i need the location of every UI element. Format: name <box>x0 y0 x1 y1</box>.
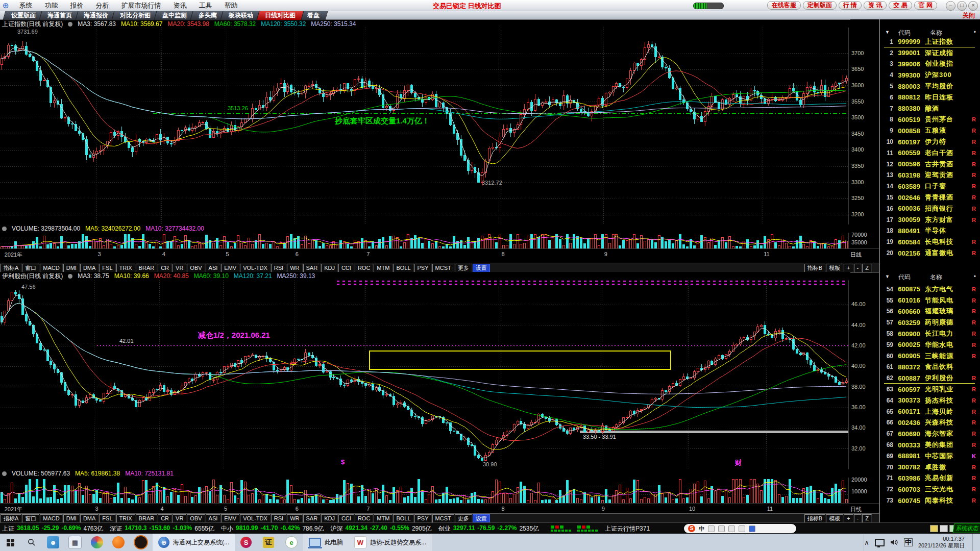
indicator-button-CR[interactable]: CR <box>158 264 172 272</box>
indicator-button-MCST[interactable]: MCST <box>432 264 454 272</box>
indicator-button-DMA[interactable]: DMA <box>80 264 99 272</box>
list-item[interactable]: 1999999上证指数 <box>880 36 980 47</box>
minimize-button[interactable]: – <box>946 1 955 11</box>
dark-app-icon[interactable] <box>134 535 148 549</box>
indicator-button-VR[interactable]: VR <box>173 514 186 523</box>
list-item[interactable]: 16600036招商银行R <box>880 203 980 214</box>
tab-日线对比图[interactable]: 日线对比图 <box>256 11 304 20</box>
indicator-button-更多[interactable]: 更多 <box>455 264 472 272</box>
list-item[interactable]: 73600745闻泰科技R <box>880 495 980 506</box>
indicator-button-OBV[interactable]: OBV <box>187 514 205 523</box>
list-item[interactable]: 5880003平均股价 <box>880 81 980 92</box>
list-item[interactable]: 7880380酿酒 <box>880 103 980 114</box>
close-button[interactable]: 关闭 <box>963 11 975 20</box>
list-item[interactable]: 6880812昨日连板 <box>880 92 980 103</box>
indicator-button-窗口[interactable]: 窗口 <box>22 514 39 523</box>
list-item[interactable]: 4399300沪深300 <box>880 69 980 81</box>
close-window-button[interactable]: × <box>968 1 978 11</box>
list-item[interactable]: 68000333美的集团R <box>880 439 980 450</box>
sort-arrow-icon[interactable]: ▼ <box>885 30 890 35</box>
tab-盘中监测[interactable]: 盘中监测 <box>154 11 195 20</box>
ime-tool-icon[interactable] <box>728 525 735 532</box>
taskbar-app-haitong-app[interactable]: ⊕海通网上交易系统(... <box>153 534 235 551</box>
list-item[interactable]: 15002646青青稞酒R <box>880 192 980 203</box>
restore-button[interactable]: □ <box>957 1 967 11</box>
indicator-button-指标A[interactable]: 指标A <box>1 264 21 272</box>
taskbar-app-sogou-app[interactable]: S <box>235 534 257 551</box>
indicator-button-MTM[interactable]: MTM <box>374 514 393 523</box>
clock[interactable]: 00:17:37 2021/12/26 星期日 <box>918 536 965 549</box>
indicator-button-BOLL[interactable]: BOLL <box>393 514 413 523</box>
list-item[interactable]: 57603259药明康德R <box>880 317 980 328</box>
indicator-button-MACD[interactable]: MACD <box>40 264 62 272</box>
list-item[interactable]: 60600905三峡能源R <box>880 350 980 362</box>
list-item[interactable]: 65600171上海贝岭R <box>880 406 980 417</box>
indicator-button-RSI[interactable]: RSI <box>271 264 286 272</box>
taskbar-app-ie-app[interactable]: e <box>280 534 303 551</box>
indicator-button-Z[interactable]: Z <box>862 514 872 523</box>
indicator-button-PSY[interactable]: PSY <box>414 514 432 523</box>
quick-button[interactable]: 交 易 <box>889 1 912 10</box>
list-item[interactable]: 13603198迎驾贡酒R <box>880 170 980 181</box>
indicator-button-VOL-TDX[interactable]: VOL-TDX <box>240 264 271 272</box>
indicator-button-ROC[interactable]: ROC <box>355 264 373 272</box>
list-item[interactable]: 9000858五粮液R <box>880 125 980 136</box>
sort-arrow-icon[interactable]: ▼ <box>885 274 890 279</box>
list-item[interactable]: 8600519贵州茅台R <box>880 114 980 126</box>
list-item[interactable]: 17300059东方财富R <box>880 214 980 226</box>
indicator-button-WR[interactable]: WR <box>287 264 302 272</box>
indicator-button-指标B[interactable]: 指标B <box>804 514 825 523</box>
ime-toolbar[interactable]: S 中 <box>684 524 796 533</box>
menu-扩展市场行情[interactable]: 扩展市场行情 <box>115 2 167 9</box>
ime-mode-label[interactable]: 中 <box>699 525 704 533</box>
list-item[interactable]: 58600900长江电力R <box>880 328 980 339</box>
list-item[interactable]: 3399006创业板指 <box>880 59 980 70</box>
indicator-button-DMI[interactable]: DMI <box>63 514 80 523</box>
indicator-button-DMI[interactable]: DMI <box>63 264 80 272</box>
list-item[interactable]: 18880491半导体 <box>880 226 980 237</box>
list-item[interactable]: 63600597光明乳业R <box>880 384 980 395</box>
tab-板块联动[interactable]: 板块联动 <box>220 11 261 20</box>
indicator-button-CCI[interactable]: CCI <box>338 264 354 272</box>
indicator-button-CCI[interactable]: CCI <box>338 514 354 523</box>
list-item[interactable]: 20002156通富微电R <box>880 247 980 259</box>
menu-分析[interactable]: 分析 <box>90 2 115 9</box>
list-item[interactable]: 55601016节能风电R <box>880 295 980 306</box>
chart1-volume-pane[interactable] <box>0 233 849 248</box>
indicator-button-更多[interactable]: 更多 <box>455 514 472 523</box>
search-icon[interactable] <box>26 536 38 548</box>
code-column-header[interactable]: 代码 <box>898 273 911 282</box>
mini-icon[interactable] <box>930 525 938 532</box>
indicator-button-指标B[interactable]: 指标B <box>804 264 825 272</box>
list-item[interactable]: 10600197伊力特R <box>880 136 980 147</box>
list-item[interactable]: 62600887伊利股份R <box>880 372 980 384</box>
indicator-button-BOLL[interactable]: BOLL <box>393 264 413 272</box>
indicator-button-DMA[interactable]: DMA <box>80 514 99 523</box>
taskbar-app-trend-app[interactable]: W趋势-反趋势交易系... <box>349 534 432 551</box>
list-item[interactable]: 72600703三安光电R <box>880 484 980 495</box>
indicator-button-FSL[interactable]: FSL <box>99 264 115 272</box>
ime-tool-icon[interactable] <box>718 525 725 532</box>
list-item[interactable]: 70300782卓胜微R <box>880 462 980 473</box>
indicator-button-ROC[interactable]: ROC <box>355 514 373 523</box>
indicator-button--[interactable]: - <box>854 514 862 523</box>
indicator-button--[interactable]: - <box>854 264 862 272</box>
taskbar-app-this-pc[interactable]: 此电脑 <box>303 534 349 551</box>
list-item[interactable]: 61880372食品饮料 <box>880 362 980 373</box>
indicator-button-MCST[interactable]: MCST <box>432 514 454 523</box>
indicator-button-CR[interactable]: CR <box>158 514 172 523</box>
list-item[interactable]: 66002436兴森科技R <box>880 417 980 429</box>
list-item[interactable]: 59600025华能水电R <box>880 339 980 350</box>
indicator-button-EMV[interactable]: EMV <box>221 264 239 272</box>
quick-button[interactable]: 官 网 <box>914 1 937 10</box>
menu-报价[interactable]: 报价 <box>64 2 90 9</box>
indicator-button-VOL-TDX[interactable]: VOL-TDX <box>240 514 271 523</box>
list-item[interactable]: 67600690海尔智家R <box>880 428 980 439</box>
menu-帮助[interactable]: 帮助 <box>218 2 244 9</box>
tray-expand-icon[interactable]: ∧ <box>864 539 869 546</box>
indicator-button-指标A[interactable]: 指标A <box>1 514 21 523</box>
show-desktop-button[interactable] <box>972 534 975 551</box>
quick-button[interactable]: 定制版面 <box>803 1 837 10</box>
network-icon[interactable] <box>875 539 885 546</box>
indicator-button-TRIX[interactable]: TRIX <box>116 514 135 523</box>
